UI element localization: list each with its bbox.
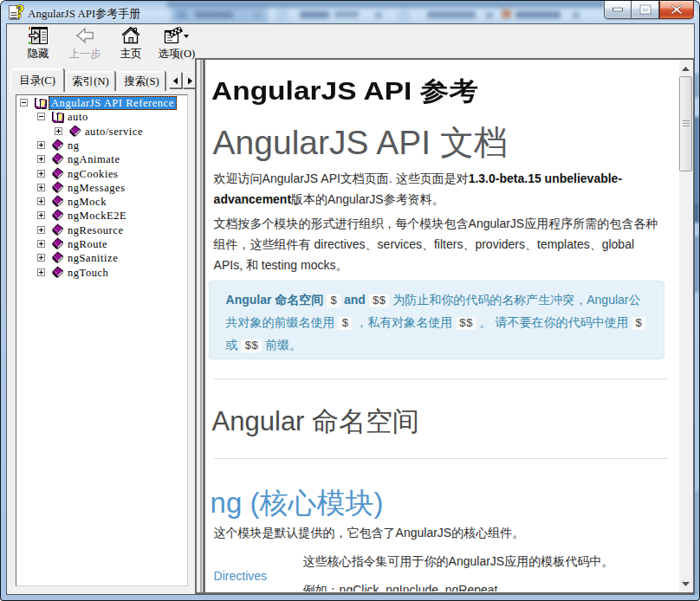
namespace-heading: Angular 命名空间 xyxy=(212,407,419,436)
book-closed-icon xyxy=(51,251,65,265)
tree-item-label[interactable]: ngRoute xyxy=(66,238,109,250)
tree-item-label[interactable]: ngSanitize xyxy=(66,252,120,264)
tree-item[interactable]: ngSanitize xyxy=(16,251,187,265)
tree-item[interactable]: AngularJS API Reference xyxy=(16,96,187,110)
down-arrow-icon xyxy=(682,582,690,586)
page-subtitle: AngularJS API 文档 xyxy=(213,126,508,160)
info-bold: and xyxy=(344,293,366,307)
tree-item-label[interactable]: ngCookies xyxy=(66,168,120,180)
collapse-toggle[interactable] xyxy=(37,113,45,120)
tree-item[interactable]: ngAnimate xyxy=(16,152,187,166)
tab-label: 搜索(S) xyxy=(124,75,159,87)
help-viewer-window: ? AngularJS API参考手册 xyxy=(0,0,700,601)
glass-smudge xyxy=(334,11,359,17)
scroll-down-button[interactable] xyxy=(679,577,693,591)
options-button[interactable]: 选项(O) xyxy=(152,27,201,61)
tab-label: 目录(C) xyxy=(19,74,55,87)
intro-text-tail: 版本的AngularJS参考资料。 xyxy=(291,192,444,206)
tree-item-label[interactable]: ngResource xyxy=(66,224,126,236)
glass-smudge xyxy=(486,12,493,18)
tree-item-label[interactable]: ngMock xyxy=(66,196,108,208)
toolbar: 隐藏 上一步 主页 xyxy=(7,24,694,59)
close-icon xyxy=(671,5,683,15)
glass-smudge xyxy=(515,11,561,18)
scroll-up-button[interactable] xyxy=(679,61,693,75)
book-closed-icon xyxy=(51,266,65,280)
content-pane: AngularJS API 参考 AngularJS API 文档 欢迎访问An… xyxy=(195,58,694,594)
tree-item[interactable]: auto xyxy=(16,110,187,124)
tree-item-label[interactable]: AngularJS API Reference xyxy=(49,96,177,110)
home-button[interactable]: 主页 xyxy=(111,27,151,61)
maximize-button[interactable] xyxy=(632,1,659,19)
expand-toggle[interactable] xyxy=(37,155,45,163)
tree-item-label[interactable]: ngAnimate xyxy=(66,153,122,165)
tree-item[interactable]: auto/service xyxy=(16,125,187,139)
tree-item[interactable]: ngCookies xyxy=(16,167,187,181)
inline-code: $ xyxy=(338,317,352,330)
book-closed-icon xyxy=(51,167,65,181)
glass-smudge xyxy=(694,491,699,595)
info-text: ，私有对象名使用 xyxy=(355,315,452,329)
tree-item-label[interactable]: ngTouch xyxy=(66,267,110,279)
ng-description: 这个模块是默认提供的，它包含了AngularJS的核心组件。 xyxy=(214,522,668,543)
expand-toggle[interactable] xyxy=(37,184,45,191)
book-closed-icon xyxy=(51,195,65,209)
tab-scroll-left-button[interactable] xyxy=(169,72,182,88)
expand-toggle[interactable] xyxy=(37,197,45,205)
tree-item-label[interactable]: auto xyxy=(66,111,90,123)
expand-toggle[interactable] xyxy=(37,268,45,276)
minimize-icon xyxy=(612,8,623,12)
back-button[interactable]: 上一步 xyxy=(62,27,107,61)
expand-toggle[interactable] xyxy=(37,226,45,234)
title-bar[interactable]: ? AngularJS API参考手册 xyxy=(1,1,699,23)
expand-toggle[interactable] xyxy=(37,240,45,248)
ng-module-heading[interactable]: ng (核心模块) xyxy=(211,488,384,518)
tab-scroll-right-button[interactable] xyxy=(183,72,196,88)
tree-item[interactable]: ng xyxy=(16,139,187,152)
expand-toggle[interactable] xyxy=(37,254,45,262)
collapse-toggle[interactable] xyxy=(20,99,28,107)
glass-smudge xyxy=(254,12,261,18)
minimize-button[interactable] xyxy=(604,1,632,19)
hide-button[interactable]: 隐藏 xyxy=(16,27,60,61)
tree-item[interactable]: ngResource xyxy=(16,223,187,237)
vertical-scrollbar[interactable] xyxy=(679,61,693,591)
book-closed-icon xyxy=(51,223,65,237)
inner-edge xyxy=(200,60,202,592)
tab-index[interactable]: 索引(N) xyxy=(66,71,115,91)
up-arrow-icon xyxy=(682,67,690,71)
glass-smudge xyxy=(427,11,476,18)
inline-code: $ xyxy=(632,317,645,330)
tab-search[interactable]: 搜索(S) xyxy=(118,71,165,91)
tree-item-label[interactable]: ngMessages xyxy=(66,182,127,194)
scrollbar-thumb[interactable] xyxy=(679,76,692,171)
tab-contents[interactable]: 目录(C) xyxy=(10,68,64,92)
tree-item[interactable]: ngMockE2E xyxy=(16,209,187,223)
book-open-icon xyxy=(51,110,65,124)
window-title: AngularJS API参考手册 xyxy=(28,6,140,22)
info-text: 。 请不要在你的代码中使用 xyxy=(480,315,629,329)
directives-link[interactable]: Directives xyxy=(214,565,267,586)
tree-item-label[interactable]: ngMockE2E xyxy=(66,210,128,222)
tree-item[interactable]: ngTouch xyxy=(16,266,187,280)
tree-item-label[interactable]: ng xyxy=(66,139,81,152)
tree-item-label[interactable]: auto/service xyxy=(83,126,145,138)
info-text: 前缀。 xyxy=(265,338,301,352)
topic-document: AngularJS API 参考 AngularJS API 文档 欢迎访问An… xyxy=(205,61,679,591)
book-closed-icon xyxy=(51,209,65,223)
inline-code: $$ xyxy=(241,339,262,352)
divider xyxy=(214,378,668,379)
expand-toggle[interactable] xyxy=(37,141,45,149)
expand-toggle[interactable] xyxy=(37,170,45,178)
expand-toggle[interactable] xyxy=(55,127,62,135)
tree-item[interactable]: ngRoute xyxy=(16,237,187,251)
glass-smudge xyxy=(195,11,233,18)
close-button[interactable] xyxy=(659,1,694,19)
tree-item[interactable]: ngMock xyxy=(16,195,187,209)
page-title: AngularJS API 参考 xyxy=(211,74,478,109)
expand-toggle[interactable] xyxy=(37,211,45,219)
left-arrow-icon xyxy=(172,77,179,85)
modules-paragraph: 文档按多个模块的形式进行组织，每个模块包含AngularJS应用程序所需的包含各… xyxy=(214,213,661,275)
tree-item[interactable]: ngMessages xyxy=(16,181,187,195)
divider xyxy=(214,458,668,459)
